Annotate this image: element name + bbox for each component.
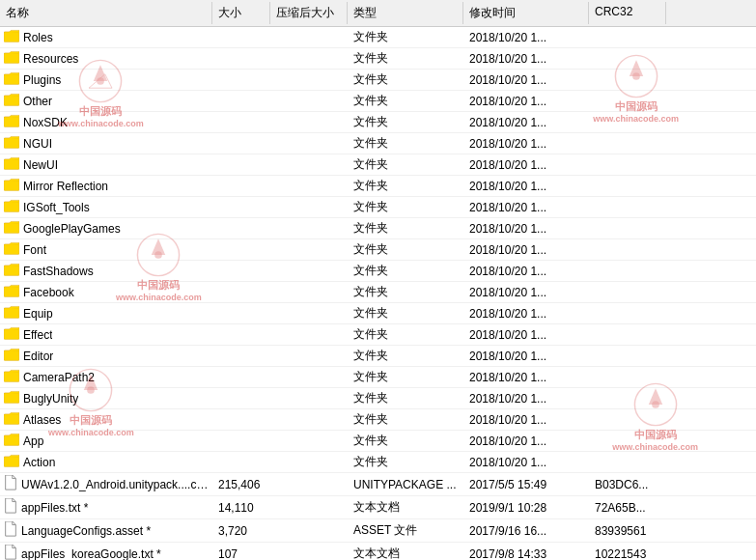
table-row[interactable]: NGUI 文件夹 2018/10/20 1... <box>0 133 756 154</box>
file-name-label: GooglePlayGames <box>23 222 121 236</box>
file-compressed-cell <box>270 483 348 487</box>
folder-icon <box>4 71 19 88</box>
file-compressed-cell <box>270 418 348 422</box>
file-size-cell <box>212 184 270 188</box>
table-row[interactable]: BuglyUnity 文件夹 2018/10/20 1... <box>0 388 756 409</box>
table-row[interactable]: App 文件夹 2018/10/20 1... <box>0 431 756 452</box>
file-modified-cell: 2018/10/20 1... <box>463 241 589 259</box>
svg-rect-18 <box>4 414 19 424</box>
file-crc-cell <box>589 78 666 82</box>
table-row[interactable]: Plugins 文件夹 2018/10/20 1... <box>0 70 756 91</box>
svg-rect-19 <box>4 435 19 445</box>
file-size-cell: 14,110 <box>212 499 270 517</box>
file-name-label: Facebook <box>23 286 74 299</box>
file-size-cell <box>212 206 270 210</box>
file-name-label: Mirror Reflection <box>23 180 108 193</box>
file-crc-cell <box>589 163 666 167</box>
file-crc-cell <box>589 269 666 273</box>
file-icon <box>4 521 17 540</box>
file-modified-cell: 2018/10/20 1... <box>463 50 589 68</box>
file-compressed-cell <box>270 552 348 556</box>
folder-icon <box>4 411 19 428</box>
file-size-cell <box>212 312 270 316</box>
file-compressed-cell <box>270 57 348 61</box>
file-size-cell <box>212 248 270 252</box>
file-name-cell: BuglyUnity <box>0 388 212 408</box>
file-compressed-cell <box>270 397 348 401</box>
file-modified-cell: 2018/10/20 1... <box>463 178 589 195</box>
table-row[interactable]: UWAv1.2.0_Android.unitypack....com 215,4… <box>0 473 756 496</box>
table-row[interactable]: Other 文件夹 2018/10/20 1... <box>0 91 756 112</box>
svg-rect-0 <box>4 32 19 42</box>
svg-rect-17 <box>4 393 19 403</box>
file-size-cell <box>212 57 270 61</box>
svg-rect-3 <box>4 96 19 105</box>
table-row[interactable]: CameraPath2 文件夹 2018/10/20 1... <box>0 367 756 388</box>
file-crc-cell <box>589 99 666 103</box>
file-compressed-cell <box>270 376 348 379</box>
file-size-cell <box>212 376 270 379</box>
file-type-cell: 文件夹 <box>348 452 463 472</box>
file-icon <box>4 498 17 517</box>
file-name-cell: NewUI <box>0 154 212 175</box>
file-crc-cell <box>589 227 666 231</box>
table-row[interactable]: appFiles.txt * 14,110 文本文档 2019/9/1 10:2… <box>0 496 756 519</box>
file-name-cell: Font <box>0 239 212 260</box>
table-row[interactable]: IGSoft_Tools 文件夹 2018/10/20 1... <box>0 197 756 218</box>
table-row[interactable]: Font 文件夹 2018/10/20 1... <box>0 239 756 261</box>
file-name-label: Font <box>23 243 46 257</box>
header-crc[interactable]: CRC32 <box>589 2 666 24</box>
table-row[interactable]: Roles 文件夹 2018/10/20 1... <box>0 27 756 48</box>
table-row[interactable]: FastShadows 文件夹 2018/10/20 1... <box>0 261 756 282</box>
table-row[interactable]: Equip 文件夹 2018/10/20 1... <box>0 303 756 324</box>
table-row[interactable]: NoxSDK 文件夹 2018/10/20 1... <box>0 112 756 133</box>
table-row[interactable]: Action 文件夹 2018/10/20 1... <box>0 452 756 473</box>
file-name-cell: IGSoft_Tools <box>0 197 212 217</box>
table-row[interactable]: NewUI 文件夹 2018/10/20 1... <box>0 154 756 176</box>
table-row[interactable]: Editor 文件夹 2018/10/20 1... <box>0 346 756 367</box>
file-type-cell: 文件夹 <box>348 239 463 260</box>
file-crc-cell: 83939561 <box>589 522 666 540</box>
file-list[interactable]: Roles 文件夹 2018/10/20 1... Resources 文件夹 … <box>0 27 756 560</box>
file-name-cell: Roles <box>0 27 212 47</box>
file-compressed-cell <box>270 506 348 510</box>
header-type[interactable]: 类型 <box>348 2 463 24</box>
header-size[interactable]: 大小 <box>212 2 270 24</box>
table-row[interactable]: Mirror Reflection 文件夹 2018/10/20 1... <box>0 176 756 197</box>
file-name-label: NGUI <box>23 137 52 151</box>
file-size-cell <box>212 227 270 231</box>
file-size-cell: 215,406 <box>212 476 270 493</box>
table-row[interactable]: LanguageConfigs.asset * 3,720 ASSET 文件 2… <box>0 519 756 543</box>
file-crc-cell <box>589 184 666 188</box>
file-modified-cell: 2017/9/8 14:33 <box>463 546 589 561</box>
file-name-cell: UWAv1.2.0_Android.unitypack....com <box>0 473 212 495</box>
file-crc-cell <box>589 461 666 464</box>
file-crc-cell: 10221543 <box>589 546 666 561</box>
table-row[interactable]: GooglePlayGames 文件夹 2018/10/20 1... <box>0 218 756 239</box>
folder-icon <box>4 348 19 364</box>
header-modified[interactable]: 修改时间 <box>463 2 589 24</box>
table-row[interactable]: Resources 文件夹 2018/10/20 1... <box>0 48 756 70</box>
file-manager: 名称 大小 压缩后大小 类型 修改时间 CRC32 Roles 文件夹 2018… <box>0 0 756 560</box>
svg-rect-20 <box>4 457 19 466</box>
file-modified-cell: 2018/10/20 1... <box>463 135 589 153</box>
table-row[interactable]: Atlases 文件夹 2018/10/20 1... <box>0 409 756 431</box>
folder-icon <box>4 135 19 152</box>
file-name-cell: Editor <box>0 346 212 366</box>
folder-icon <box>4 93 19 109</box>
header-name[interactable]: 名称 <box>0 2 212 24</box>
file-type-cell: 文件夹 <box>348 303 463 323</box>
file-name-cell: Equip <box>0 303 212 323</box>
file-modified-cell: 2018/10/20 1... <box>463 411 589 429</box>
table-row[interactable]: appFiles_koreaGoogle.txt * 107 文本文档 2017… <box>0 543 756 560</box>
file-modified-cell: 2018/10/20 1... <box>463 369 589 386</box>
file-crc-cell <box>589 333 666 337</box>
table-row[interactable]: Effect 文件夹 2018/10/20 1... <box>0 324 756 346</box>
file-modified-cell: 2018/10/20 1... <box>463 433 589 450</box>
file-modified-cell: 2018/10/20 1... <box>463 71 589 89</box>
header-compressed[interactable]: 压缩后大小 <box>270 2 348 24</box>
file-name-label: UWAv1.2.0_Android.unitypack....com <box>21 478 209 491</box>
file-size-cell <box>212 291 270 294</box>
table-row[interactable]: Facebook 文件夹 2018/10/20 1... <box>0 282 756 303</box>
file-name-cell: NoxSDK <box>0 112 212 132</box>
